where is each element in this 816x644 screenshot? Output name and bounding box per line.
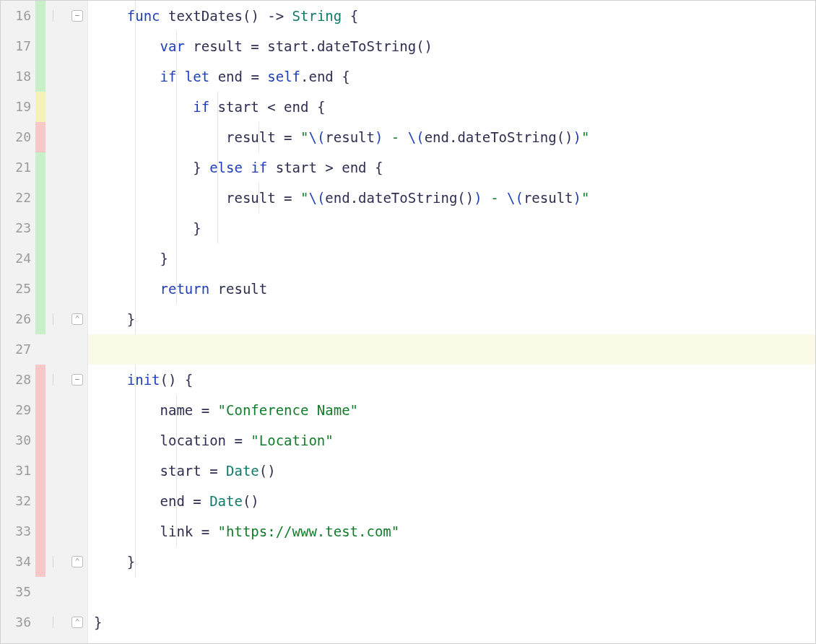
vcs-marker (35, 334, 45, 365)
line-number[interactable]: 24 (1, 243, 35, 274)
indent-guide (176, 92, 177, 122)
code-text: } (94, 607, 102, 638)
code-line[interactable] (88, 334, 815, 365)
gutter-row: 18 (1, 61, 87, 92)
gutter-row: 17 (1, 31, 87, 61)
line-number[interactable]: 18 (1, 61, 35, 92)
vcs-marker[interactable] (35, 516, 45, 547)
indent-guide (135, 304, 136, 334)
indent-guide (135, 395, 136, 425)
code-line[interactable]: start = Date() (88, 456, 815, 486)
code-line[interactable]: if let end = self.end { (88, 61, 815, 92)
code-editor[interactable]: 16−17181920212223242526⌃2728−29303132333… (1, 1, 815, 643)
line-number[interactable]: 21 (1, 152, 35, 183)
line-number[interactable]: 26 (1, 304, 35, 334)
vcs-marker[interactable] (35, 1, 45, 31)
line-number[interactable]: 30 (1, 425, 35, 456)
vcs-marker[interactable] (35, 213, 45, 243)
vcs-marker (35, 607, 45, 638)
line-number[interactable]: 27 (1, 334, 35, 365)
indent-guide (135, 213, 136, 243)
code-line[interactable]: return result (88, 274, 815, 304)
line-number[interactable]: 34 (1, 547, 35, 577)
line-number[interactable]: 19 (1, 92, 35, 122)
indent-guide (135, 1, 136, 31)
code-line[interactable]: } (88, 304, 815, 334)
indent-guide (176, 425, 177, 456)
line-number[interactable]: 25 (1, 274, 35, 304)
vcs-marker[interactable] (35, 31, 45, 61)
code-line[interactable]: } (88, 607, 815, 638)
line-number[interactable]: 32 (1, 486, 35, 516)
indent-guide (176, 31, 177, 61)
line-number[interactable]: 35 (1, 577, 35, 607)
code-area[interactable]: func textDates() -> String { var result … (88, 1, 815, 643)
code-line[interactable] (88, 577, 815, 607)
vcs-marker[interactable] (35, 92, 45, 122)
gutter-row: 20 (1, 122, 87, 152)
code-line[interactable]: } (88, 213, 815, 243)
indent-guide (135, 31, 136, 61)
indent-guide (259, 122, 259, 152)
vcs-marker[interactable] (35, 395, 45, 425)
code-line[interactable]: link = "https://www.test.com" (88, 516, 815, 547)
code-text: if let end = self.end { (94, 61, 350, 92)
gutter-row: 31 (1, 456, 87, 486)
code-line[interactable]: location = "Location" (88, 425, 815, 456)
code-line[interactable]: } (88, 547, 815, 577)
vcs-marker[interactable] (35, 304, 45, 334)
line-number[interactable]: 17 (1, 31, 35, 61)
vcs-marker[interactable] (35, 152, 45, 183)
line-number[interactable]: 28 (1, 365, 35, 395)
line-number[interactable]: 16 (1, 1, 35, 31)
line-number[interactable]: 33 (1, 516, 35, 547)
fold-open-icon[interactable]: − (71, 374, 83, 386)
fold-close-icon[interactable]: ⌃ (71, 617, 83, 628)
code-line[interactable]: if start < end { (88, 92, 815, 122)
code-text: } (94, 213, 201, 243)
gutter-row: 33 (1, 516, 87, 547)
vcs-marker[interactable] (35, 425, 45, 456)
code-text: return result (94, 274, 267, 304)
fold-open-icon[interactable]: − (71, 10, 83, 22)
line-number[interactable]: 31 (1, 456, 35, 486)
fold-close-icon[interactable]: ⌃ (71, 313, 83, 325)
gutter-row: 24 (1, 243, 87, 274)
code-text: } else if start > end { (94, 152, 383, 183)
vcs-marker[interactable] (35, 183, 45, 213)
indent-guide (176, 61, 177, 92)
code-line[interactable]: init() { (88, 365, 815, 395)
code-line[interactable]: func textDates() -> String { (88, 1, 815, 31)
line-number[interactable]: 20 (1, 122, 35, 152)
vcs-marker[interactable] (35, 456, 45, 486)
code-line[interactable]: result = "\(result) - \(end.dateToString… (88, 122, 815, 152)
code-line[interactable]: result = "\(end.dateToString()) - \(resu… (88, 183, 815, 213)
line-number[interactable]: 22 (1, 183, 35, 213)
fold-close-icon[interactable]: ⌃ (71, 556, 83, 567)
vcs-marker[interactable] (35, 243, 45, 274)
vcs-marker[interactable] (35, 486, 45, 516)
indent-guide (217, 122, 218, 152)
gutter-row: 22 (1, 183, 87, 213)
vcs-marker[interactable] (35, 61, 45, 92)
indent-guide (135, 92, 136, 122)
vcs-marker[interactable] (35, 365, 45, 395)
code-line[interactable]: name = "Conference Name" (88, 395, 815, 425)
vcs-marker[interactable] (35, 122, 45, 152)
code-text: result = "\(end.dateToString()) - \(resu… (94, 183, 589, 213)
line-number[interactable]: 36 (1, 607, 35, 638)
code-line[interactable]: } else if start > end { (88, 152, 815, 183)
code-text: } (94, 243, 168, 274)
vcs-marker[interactable] (35, 547, 45, 577)
indent-guide (135, 122, 136, 152)
gutter-row: 16− (1, 1, 87, 31)
indent-guide (135, 152, 136, 183)
code-line[interactable]: } (88, 243, 815, 274)
indent-guide (176, 183, 177, 213)
vcs-marker[interactable] (35, 274, 45, 304)
gutter-row: 30 (1, 425, 87, 456)
code-line[interactable]: var result = start.dateToString() (88, 31, 815, 61)
line-number[interactable]: 29 (1, 395, 35, 425)
line-number[interactable]: 23 (1, 213, 35, 243)
code-line[interactable]: end = Date() (88, 486, 815, 516)
